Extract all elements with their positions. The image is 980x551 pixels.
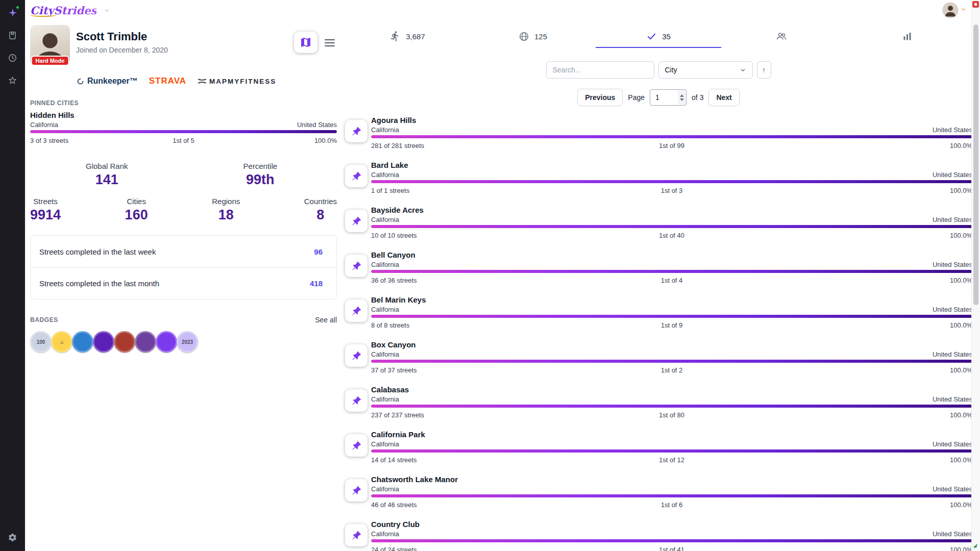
page-label: Page [628, 93, 645, 102]
chevron-down-icon [740, 67, 746, 73]
city-name[interactable]: Country Club [371, 520, 972, 529]
user-avatar[interactable] [943, 3, 958, 18]
pin-city-button[interactable] [345, 434, 368, 457]
assistant-sparkle-icon[interactable] [5, 5, 20, 20]
sort-direction-button[interactable]: ↑ [757, 61, 771, 79]
pin-city-button[interactable] [345, 344, 368, 367]
profile-header: Hard Mode Scott Trimble Joined on Decemb… [30, 25, 337, 69]
city-name[interactable]: Box Canyon [371, 340, 972, 349]
pin-city-button[interactable] [345, 255, 368, 277]
city-streets-count: 46 of 46 streets [371, 501, 572, 509]
city-rank: 1st of 40 [572, 232, 772, 239]
tab-activities[interactable]: 3,687 [345, 26, 470, 47]
status-dot [16, 6, 19, 9]
city-name[interactable]: Bel Marin Keys [371, 295, 972, 304]
tab-cities[interactable]: 125 [470, 26, 596, 47]
city-country: United States [933, 306, 972, 313]
badge-icon[interactable] [72, 331, 93, 353]
see-all-badges-link[interactable]: See all [315, 316, 337, 324]
activity-label: Streets completed in the last month [39, 279, 159, 288]
percentile-value: 99th [184, 172, 337, 188]
settings-gear-icon[interactable] [5, 530, 20, 545]
pin-city-button[interactable] [345, 299, 368, 322]
badge-icon[interactable]: 100 [30, 331, 52, 353]
pinned-city-name[interactable]: Hidden Hills [30, 111, 337, 119]
sort-by-select[interactable]: City [658, 61, 753, 79]
count-stat: Regions 18 [212, 197, 240, 223]
city-row: Bel Marin Keys California United States … [345, 294, 972, 339]
badge-icon[interactable] [135, 331, 156, 353]
pin-icon [352, 306, 361, 316]
city-percent: 100.0% [772, 321, 972, 329]
count-label: Cities [125, 197, 148, 206]
page-number-spinner[interactable] [678, 90, 685, 105]
pin-city-button[interactable] [345, 210, 368, 232]
search-input[interactable] [546, 61, 654, 79]
previous-page-button[interactable]: Previous [577, 89, 623, 106]
city-row: Agoura Hills California United States 28… [345, 114, 972, 159]
connected-services: Runkeeper™ STRAVA MAPMYFITNESS [76, 76, 337, 86]
city-streets-count: 237 of 237 streets [371, 411, 572, 419]
city-percent: 100.0% [772, 546, 972, 551]
mapmyfitness-logo: MAPMYFITNESS [198, 78, 276, 85]
activity-label: Streets completed in the last week [39, 247, 156, 256]
next-page-button[interactable]: Next [708, 89, 739, 106]
tab-stats[interactable] [847, 26, 972, 47]
city-progress-bar [371, 225, 972, 228]
spinner-down-icon[interactable] [680, 98, 684, 101]
city-progress-bar [371, 539, 972, 542]
menu-hamburger-icon[interactable] [323, 36, 337, 50]
pin-city-button[interactable] [345, 479, 368, 502]
account-chevron-icon[interactable] [961, 7, 966, 12]
city-name[interactable]: Bell Canyon [371, 251, 972, 259]
pin-city-button[interactable] [345, 389, 368, 412]
global-rank-label: Global Rank [30, 162, 184, 170]
city-region: California [371, 395, 399, 403]
city-percent: 100.0% [772, 366, 972, 374]
city-row: Chatsworth Lake Manor California United … [345, 473, 972, 518]
pin-city-button[interactable] [345, 165, 368, 187]
scrollbar-thumb[interactable] [973, 24, 978, 305]
badges-header: BADGES [30, 316, 58, 323]
recent-activity-card: Streets completed in the last week 96 St… [30, 235, 337, 299]
map-button[interactable] [294, 32, 317, 53]
badge-icon[interactable] [114, 331, 135, 353]
city-percent: 100.0% [772, 187, 972, 194]
count-stat: Countries 8 [304, 197, 337, 223]
badge-icon[interactable]: ☺ [51, 331, 72, 353]
city-percent: 100.0% [772, 277, 972, 284]
city-country: United States [933, 530, 972, 538]
collections-icon[interactable] [5, 28, 20, 43]
favorites-star-icon[interactable] [5, 72, 20, 88]
tab-social[interactable] [721, 26, 847, 47]
pin-city-button[interactable] [345, 524, 368, 546]
history-clock-icon[interactable] [5, 50, 20, 65]
badges-row: 100 ☺ 2023 [30, 331, 337, 353]
citystrides-logo[interactable]: CityStrides [30, 5, 110, 16]
pin-city-button[interactable] [345, 120, 368, 142]
badge-icon[interactable]: 2023 [177, 331, 198, 353]
city-streets-count: 14 of 14 streets [371, 456, 572, 464]
activity-value: 96 [314, 247, 323, 256]
global-rank-value: 141 [30, 172, 184, 188]
city-rank: 1st of 3 [572, 187, 772, 194]
badge-icon[interactable] [156, 331, 177, 353]
city-name[interactable]: Calabasas [371, 385, 972, 394]
city-name[interactable]: Agoura Hills [371, 116, 972, 124]
city-streets-count: 8 of 8 streets [371, 321, 572, 329]
chevron-down-icon[interactable] [104, 7, 110, 14]
city-name[interactable]: Chatsworth Lake Manor [371, 475, 972, 484]
spinner-up-icon[interactable] [680, 94, 684, 97]
tab-completed[interactable]: 35 [596, 26, 721, 47]
badge-icon[interactable] [93, 331, 114, 353]
city-name[interactable]: California Park [371, 430, 972, 439]
city-name[interactable]: Bayside Acres [371, 206, 972, 214]
pin-icon [352, 261, 361, 271]
city-country: United States [933, 126, 972, 134]
pin-icon [352, 441, 361, 450]
city-progress-bar [371, 494, 972, 497]
pin-icon [352, 127, 361, 136]
city-name[interactable]: Bard Lake [371, 161, 972, 169]
scrollbar[interactable]: ▲ ▼ [971, 0, 980, 551]
badges-header-row: BADGES See all [30, 316, 337, 324]
